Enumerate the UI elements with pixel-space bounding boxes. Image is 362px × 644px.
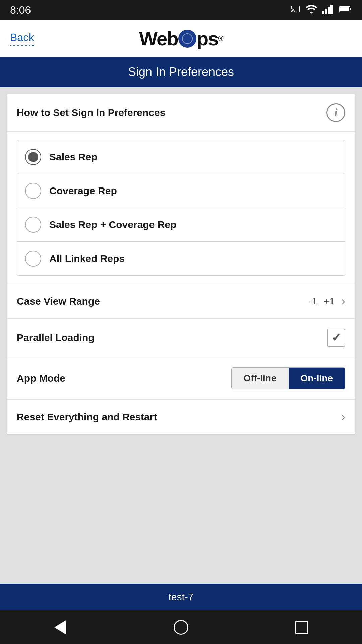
radio-circle-sales-rep	[25, 149, 41, 165]
status-time: 8:06	[10, 4, 31, 16]
app-mode-offline-button[interactable]: Off-line	[232, 368, 289, 389]
checkmark-icon: ✓	[331, 331, 341, 345]
logo: Webps®	[139, 27, 223, 50]
case-view-range-label: Case View Range	[17, 296, 100, 307]
footer: test-7	[0, 584, 362, 610]
parallel-loading-checkbox[interactable]: ✓	[327, 329, 345, 347]
logo-registered: ®	[218, 34, 223, 43]
back-button[interactable]: Back	[10, 31, 34, 46]
svg-rect-5	[350, 8, 351, 10]
card-header-text: How to Set Sign In Preferences	[17, 107, 165, 118]
logo-web: Web	[139, 27, 178, 50]
logo-ps: ps	[197, 27, 218, 50]
status-bar: 8:06	[0, 0, 362, 20]
recent-square-icon	[295, 621, 308, 634]
content-area: How to Set Sign In Preferences i Sales R…	[0, 87, 362, 584]
logo-o-icon	[178, 30, 196, 48]
back-triangle-icon	[54, 620, 66, 635]
radio-label-sales-rep: Sales Rep	[49, 151, 97, 163]
radio-group: Sales Rep Coverage Rep Sales Rep + Cover…	[17, 140, 345, 276]
radio-item-all-linked-reps[interactable]: All Linked Reps	[17, 242, 345, 275]
wifi-icon	[306, 4, 317, 16]
radio-label-coverage-rep: Coverage Rep	[49, 185, 117, 197]
page-title: Sign In Preferences	[128, 65, 234, 79]
range-plus: +1	[324, 296, 335, 307]
nav-bar: Back Webps®	[0, 20, 362, 57]
radio-circle-coverage-rep	[25, 183, 41, 199]
cast-icon	[290, 4, 300, 16]
app-mode-online-button[interactable]: On-line	[289, 368, 345, 389]
case-view-range-row[interactable]: Case View Range -1 +1 ›	[7, 284, 355, 318]
battery-icon	[339, 6, 352, 14]
svg-rect-0	[322, 11, 324, 14]
range-minus: -1	[309, 296, 317, 307]
svg-rect-3	[330, 5, 333, 14]
content-spacer	[7, 434, 355, 577]
info-icon-letter: i	[334, 106, 337, 119]
system-back-button[interactable]	[47, 617, 74, 637]
radio-dot-sales-rep	[28, 152, 38, 162]
radio-item-sales-rep[interactable]: Sales Rep	[17, 140, 345, 174]
radio-label-all-linked-reps: All Linked Reps	[49, 253, 125, 264]
app-mode-toggle[interactable]: Off-line On-line	[231, 367, 345, 389]
radio-circle-sales-coverage-rep	[25, 217, 41, 233]
home-circle-icon	[174, 620, 188, 635]
radio-label-sales-coverage-rep: Sales Rep + Coverage Rep	[49, 219, 176, 230]
svg-rect-6	[340, 7, 349, 11]
preferences-card: How to Set Sign In Preferences i Sales R…	[7, 94, 355, 434]
signal-icon	[322, 5, 334, 15]
app-mode-label: App Mode	[17, 373, 65, 384]
status-icons	[290, 4, 352, 16]
card-header: How to Set Sign In Preferences i	[7, 94, 355, 132]
range-values: -1 +1	[309, 296, 335, 307]
reset-label: Reset Everything and Restart	[17, 411, 157, 423]
info-icon[interactable]: i	[326, 103, 345, 122]
parallel-loading-label: Parallel Loading	[17, 332, 95, 343]
system-home-button[interactable]	[168, 617, 194, 637]
svg-rect-2	[328, 7, 330, 14]
system-recent-button[interactable]	[288, 617, 315, 637]
reset-row[interactable]: Reset Everything and Restart ›	[7, 399, 355, 434]
radio-circle-all-linked-reps	[25, 251, 41, 267]
svg-rect-1	[325, 9, 327, 14]
app-mode-row: App Mode Off-line On-line	[7, 357, 355, 399]
reset-chevron-icon: ›	[341, 410, 345, 424]
radio-item-sales-coverage-rep[interactable]: Sales Rep + Coverage Rep	[17, 208, 345, 242]
page-header: Sign In Preferences	[0, 57, 362, 87]
system-nav	[0, 610, 362, 644]
webops-logo: Webps®	[139, 27, 223, 50]
case-view-range-chevron-icon: ›	[341, 294, 345, 308]
footer-text: test-7	[168, 591, 193, 603]
parallel-loading-row[interactable]: Parallel Loading ✓	[7, 318, 355, 357]
case-view-range-controls: -1 +1 ›	[309, 294, 345, 308]
radio-item-coverage-rep[interactable]: Coverage Rep	[17, 174, 345, 208]
